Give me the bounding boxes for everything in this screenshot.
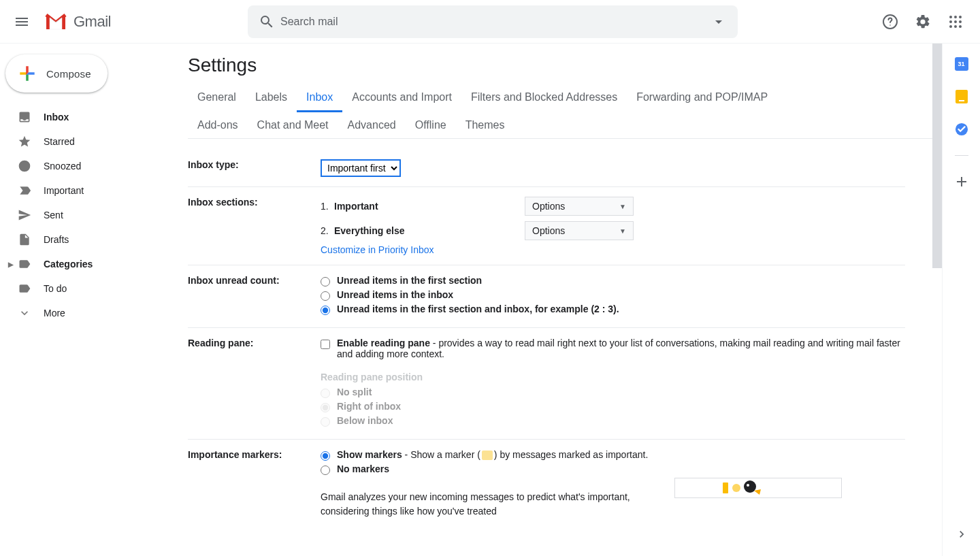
svg-point-8 <box>949 25 952 28</box>
keep-addon[interactable] <box>956 90 968 103</box>
svg-point-12 <box>732 484 740 492</box>
setting-importance-markers: Importance markers: Show markers - Show … <box>188 440 905 528</box>
svg-point-7 <box>959 20 962 23</box>
tab-accounts-and-import[interactable]: Accounts and Import <box>342 84 461 112</box>
side-panel: 31 <box>942 44 980 556</box>
sidebar-item-label: To do <box>44 283 67 294</box>
inbox-type-select[interactable]: Important first <box>321 159 401 177</box>
svg-point-5 <box>949 20 952 23</box>
search-icon <box>259 14 275 30</box>
tab-inbox[interactable]: Inbox <box>297 84 342 112</box>
sidebar-item-label: Important <box>44 185 84 196</box>
important-icon <box>18 184 31 197</box>
sidebar-item-important[interactable]: Important <box>0 180 169 201</box>
section-name: Everything else <box>334 225 525 236</box>
compose-plus-icon <box>16 63 38 84</box>
unread-count-radio-0[interactable] <box>321 277 330 287</box>
apps-button[interactable] <box>942 8 969 35</box>
settings-panel: Settings GeneralLabelsInboxAccounts and … <box>174 44 932 556</box>
sidebar-item-starred[interactable]: Starred <box>0 131 169 152</box>
sidebar-item-more[interactable]: More <box>0 302 169 324</box>
main-menu-button[interactable] <box>5 5 38 38</box>
hamburger-icon <box>14 14 30 30</box>
reading-pane-position-radio-2[interactable] <box>321 417 330 427</box>
search-button[interactable] <box>253 8 280 35</box>
apps-grid-icon <box>947 14 964 30</box>
tab-themes[interactable]: Themes <box>456 112 514 138</box>
settings-title: Settings <box>188 54 932 76</box>
sidebar-item-inbox[interactable]: Inbox <box>0 106 169 128</box>
svg-point-10 <box>959 25 962 28</box>
tab-general[interactable]: General <box>188 84 246 112</box>
scrollbar[interactable] <box>932 44 942 556</box>
section-name: Important <box>334 201 525 212</box>
tab-filters-and-blocked-addresses[interactable]: Filters and Blocked Addresses <box>461 84 627 112</box>
unread-count-radio-2[interactable] <box>321 306 330 315</box>
section-options-button[interactable]: Options▼ <box>525 221 634 240</box>
no-markers-label: No markers <box>337 463 389 474</box>
tab-offline[interactable]: Offline <box>406 112 456 138</box>
importance-markers-label: Importance markers: <box>188 449 321 519</box>
setting-inbox-type: Inbox type: Important first <box>188 150 905 187</box>
gmail-logo[interactable]: Gmail <box>44 12 193 31</box>
search-bar <box>248 5 738 38</box>
caret-down-icon <box>710 14 727 30</box>
section-options-button[interactable]: Options▼ <box>525 197 634 216</box>
reading-pane-position-label: Below inbox <box>337 415 393 426</box>
compose-button[interactable]: Compose <box>5 54 108 93</box>
enable-reading-pane-label: Enable reading pane - provides a way to … <box>337 338 905 359</box>
tab-advanced[interactable]: Advanced <box>338 112 406 138</box>
panel-separator <box>955 155 968 156</box>
sidebar-item-categories[interactable]: ▶Categories <box>0 253 169 275</box>
tab-add-ons[interactable]: Add-ons <box>188 112 248 138</box>
sidebar: Compose InboxStarredSnoozedImportantSent… <box>0 44 174 556</box>
settings-button[interactable] <box>909 8 936 35</box>
sidebar-item-to-do[interactable]: To do <box>0 278 169 299</box>
caret-down-icon: ▼ <box>619 203 626 210</box>
inbox-icon <box>18 110 31 124</box>
enable-reading-pane-checkbox[interactable] <box>321 340 330 349</box>
file-icon <box>18 233 31 246</box>
search-options-button[interactable] <box>705 8 732 35</box>
tasks-icon <box>955 122 968 137</box>
gear-icon <box>915 14 931 30</box>
reading-pane-position-heading: Reading pane position <box>321 372 905 382</box>
show-markers-label: Show markers - Show a marker () by messa… <box>337 449 648 460</box>
no-markers-radio[interactable] <box>321 465 330 475</box>
scrollbar-thumb[interactable] <box>932 44 942 268</box>
reading-pane-position-radio-0[interactable] <box>321 389 330 398</box>
header: Gmail <box>0 0 980 44</box>
svg-point-1 <box>889 24 891 26</box>
setting-unread-count: Inbox unread count: Unread items in the … <box>188 265 905 328</box>
hide-side-panel-button[interactable] <box>951 523 973 545</box>
calendar-addon[interactable]: 31 <box>955 57 968 71</box>
svg-point-6 <box>954 20 957 23</box>
sidebar-item-drafts[interactable]: Drafts <box>0 229 169 250</box>
inbox-sections-label: Inbox sections: <box>188 197 321 255</box>
setting-reading-pane: Reading pane: Enable reading pane - prov… <box>188 328 905 440</box>
tab-labels[interactable]: Labels <box>246 84 297 112</box>
customize-priority-inbox-link[interactable]: Customize in Priority Inbox <box>321 244 905 255</box>
show-markers-radio[interactable] <box>321 451 330 461</box>
reading-pane-position-radio-1[interactable] <box>321 403 330 412</box>
inbox-section-row: 1.ImportantOptions▼ <box>321 197 905 216</box>
svg-point-4 <box>959 16 962 18</box>
sidebar-item-label: Sent <box>44 210 63 220</box>
tab-chat-and-meet[interactable]: Chat and Meet <box>248 112 338 138</box>
gmail-logo-icon <box>44 12 68 31</box>
unread-count-radio-1[interactable] <box>321 291 330 301</box>
search-input[interactable] <box>280 16 705 28</box>
unread-count-label: Inbox unread count: <box>188 275 321 318</box>
label-icon <box>18 257 31 271</box>
sidebar-item-snoozed[interactable]: Snoozed <box>0 155 169 177</box>
svg-point-2 <box>949 16 952 18</box>
caret-right-icon: ▶ <box>7 261 15 268</box>
tasks-addon[interactable] <box>955 122 968 136</box>
chevron-right-icon <box>955 527 968 541</box>
sidebar-item-sent[interactable]: Sent <box>0 204 169 226</box>
get-addons-button[interactable] <box>955 175 968 189</box>
tab-forwarding-and-pop-imap[interactable]: Forwarding and POP/IMAP <box>627 84 777 112</box>
support-button[interactable] <box>877 8 904 35</box>
expand-icon <box>18 306 31 320</box>
inbox-section-row: 2.Everything elseOptions▼ <box>321 221 905 240</box>
